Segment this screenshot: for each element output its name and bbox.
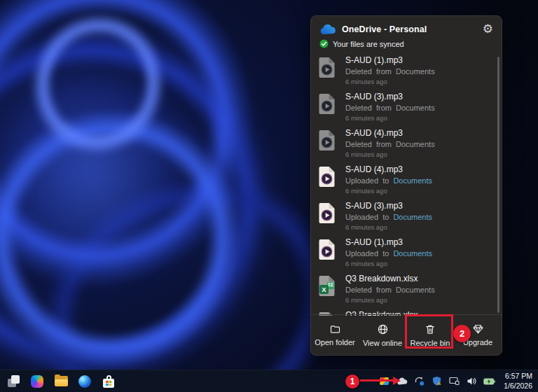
view-online-button[interactable]: View online xyxy=(359,315,406,355)
taskbar: 6:57 PM 1/6/2026 xyxy=(0,370,538,392)
file-time: 6 minutes ago xyxy=(345,150,493,159)
documents-link[interactable]: Documents xyxy=(393,213,432,221)
panel-title: OneDrive - Personal xyxy=(342,24,483,34)
file-time: 6 minutes ago xyxy=(345,78,493,86)
task-view-button[interactable] xyxy=(5,373,22,390)
mp3-deleted-file-icon xyxy=(319,130,336,151)
file-action: Deleted from Documents xyxy=(345,139,493,150)
synced-check-icon xyxy=(319,39,329,48)
activity-item[interactable]: S-AUD (1).mp3Deleted from Documents6 min… xyxy=(311,54,502,90)
sync-pending-icon[interactable] xyxy=(413,375,425,387)
open-folder-button[interactable]: Open folder xyxy=(311,315,359,355)
svg-text:X: X xyxy=(322,286,326,293)
documents-link[interactable]: Documents xyxy=(393,249,432,258)
clock-date: 1/6/2026 xyxy=(504,382,532,391)
taskbar-clock[interactable]: 6:57 PM 1/6/2026 xyxy=(501,372,532,391)
activity-item[interactable]: S-AUD (3).mp3Deleted from Documents6 min… xyxy=(311,90,502,127)
activity-item[interactable]: S-AUD (1).mp3Uploaded to Documents6 minu… xyxy=(311,236,502,272)
file-action: Uploaded to Documents xyxy=(345,248,493,259)
documents-link[interactable]: Documents xyxy=(393,176,432,185)
mp3-uploaded-file-icon xyxy=(319,166,336,188)
folder-icon xyxy=(329,323,341,335)
battery-charging-icon[interactable] xyxy=(483,375,495,387)
file-action: Deleted from Documents xyxy=(345,66,493,77)
file-explorer-icon[interactable] xyxy=(53,373,69,390)
file-action: Deleted from Documents xyxy=(345,285,493,295)
open-folder-label: Open folder xyxy=(315,338,354,346)
globe-icon xyxy=(377,323,389,335)
sync-status: Your files are synced xyxy=(311,36,502,52)
microsoft-store-icon[interactable] xyxy=(100,373,117,390)
documents-label: Documents xyxy=(396,286,435,294)
onedrive-panel-header: OneDrive - Personal ⚙ xyxy=(311,16,502,36)
activity-item[interactable]: S-AUD (4).mp3Deleted from Documents6 min… xyxy=(311,127,502,163)
activity-item[interactable]: XQ3 Breakdown.xlsxDeleted from Documents… xyxy=(311,272,502,309)
file-time: 6 minutes ago xyxy=(345,223,493,232)
file-action: Deleted from Documents xyxy=(345,103,493,113)
file-time: 6 minutes ago xyxy=(345,187,493,195)
mp3-deleted-file-icon xyxy=(319,57,336,78)
mp3-deleted-file-icon xyxy=(319,93,336,115)
onedrive-cloud-icon xyxy=(319,24,336,35)
gem-icon xyxy=(472,323,484,335)
copilot-icon[interactable] xyxy=(29,373,46,390)
onedrive-flyout-panel: OneDrive - Personal ⚙ Your files are syn… xyxy=(310,15,502,356)
edge-icon[interactable] xyxy=(76,373,93,390)
mp3-uploaded-file-icon xyxy=(319,202,336,224)
file-time: 6 minutes ago xyxy=(345,296,493,304)
file-name: Q3 Breakdown.xlsx xyxy=(345,274,493,284)
file-time: 6 minutes ago xyxy=(345,114,493,122)
security-shield-icon[interactable] xyxy=(431,375,443,387)
documents-label: Documents xyxy=(396,140,435,148)
documents-label: Documents xyxy=(396,104,435,112)
volume-icon[interactable] xyxy=(466,375,478,387)
file-action: Uploaded to Documents xyxy=(345,212,493,223)
file-action: Uploaded to Documents xyxy=(345,176,493,186)
sync-status-text: Your files are synced xyxy=(333,40,404,48)
annotation-step-1-badge: 1 xyxy=(345,374,359,388)
activity-item[interactable]: S-AUD (4).mp3Uploaded to Documents6 minu… xyxy=(311,163,502,200)
file-name: S-AUD (1).mp3 xyxy=(345,237,493,248)
gear-icon[interactable]: ⚙ xyxy=(483,23,493,35)
annotation-highlight-rect xyxy=(405,314,453,349)
taskbar-pinned-apps xyxy=(0,373,117,390)
mp3-uploaded-file-icon xyxy=(319,239,336,260)
xlsx-file-icon: X xyxy=(319,275,336,297)
file-name: S-AUD (3).mp3 xyxy=(345,92,493,102)
file-name: S-AUD (4).mp3 xyxy=(345,128,493,139)
annotation-arrow xyxy=(360,379,394,382)
file-name: S-AUD (1).mp3 xyxy=(345,55,493,66)
annotation-step-2-badge: 2 xyxy=(453,325,471,342)
file-time: 6 minutes ago xyxy=(345,260,493,268)
system-tray: 6:57 PM 1/6/2026 xyxy=(378,372,538,391)
clock-time: 6:57 PM xyxy=(504,372,532,382)
file-name: S-AUD (4).mp3 xyxy=(345,164,493,175)
scrollbar[interactable] xyxy=(497,57,499,313)
view-online-label: View online xyxy=(363,339,402,347)
file-name: S-AUD (3).mp3 xyxy=(345,201,493,211)
display-project-icon[interactable] xyxy=(448,375,460,387)
desktop-screen: OneDrive - Personal ⚙ Your files are syn… xyxy=(0,0,538,392)
annotation-arrow-head xyxy=(393,377,401,385)
activity-item[interactable]: S-AUD (3).mp3Uploaded to Documents6 minu… xyxy=(311,200,502,236)
documents-label: Documents xyxy=(396,67,435,76)
activity-list: S-AUD (1).mp3Deleted from Documents6 min… xyxy=(311,54,502,316)
